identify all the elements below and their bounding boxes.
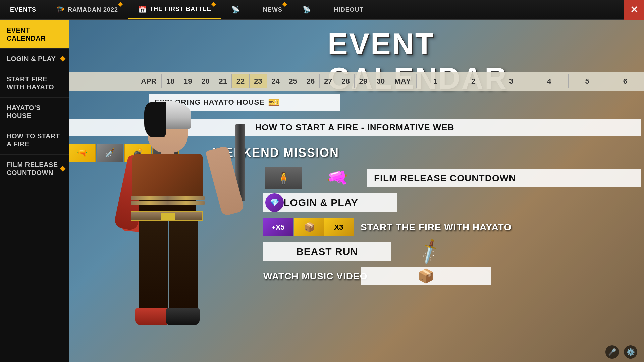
- settings-icon: ⚙️: [627, 348, 635, 356]
- crate-icon: 📦: [304, 222, 315, 233]
- nav-item-ramadan[interactable]: 🪂 RAMADAN 2022: [46, 0, 128, 19]
- chest-icon: 📦: [418, 268, 434, 284]
- x5-badge: ♦ X5: [263, 218, 293, 236]
- fire-info-label: HOW TO START A FIRE - INFORMATIVE WEB: [255, 122, 454, 133]
- event-row-beast[interactable]: BEAST RUN 🗡️: [69, 241, 644, 262]
- film-char-thumb: 🧍: [265, 167, 302, 189]
- x3-label: X3: [334, 223, 343, 232]
- cal-date-5: 5: [568, 74, 606, 88]
- cal-date-28: 28: [337, 74, 354, 88]
- cal-date-4: 4: [530, 74, 568, 88]
- weapon-crate: 📦: [294, 218, 324, 236]
- weapon-icons-weekend: 🔫 🗡️ 💣 🔫: [69, 144, 180, 162]
- may-dates: 1 2 3 4 5 6: [416, 74, 644, 88]
- cal-date-26: 26: [302, 74, 319, 88]
- event-row-weekend[interactable]: 🔫 🗡️ 💣 🔫 WEEKEND MISSION: [69, 141, 644, 165]
- cal-date-19: 19: [179, 74, 197, 88]
- event-row-film[interactable]: 🧍 🔫 FILM RELEASE COUNTDOWN: [69, 167, 644, 189]
- x3-badge: X3: [324, 218, 354, 236]
- sidebar-label-start-fire: START FIREWITH HAYATO: [7, 75, 54, 91]
- close-icon: ✕: [630, 4, 638, 15]
- purple-diamond-icon: ♦: [272, 224, 275, 230]
- fire-bar[interactable]: HOW TO START A FIRE - INFORMATIVE WEB: [69, 119, 641, 136]
- event-row-music[interactable]: WATCH MUSIC VIDEO 📦: [69, 265, 644, 287]
- nav-ramadan-label: RAMADAN 2022: [68, 6, 118, 13]
- main-content: EVENT CALENDAR APR 18 19 20 21 22 23 24 …: [69, 20, 644, 362]
- hayato-bar[interactable]: EXPLORING HAYATO HOUSE 🎫: [149, 94, 340, 111]
- sidebar-item-start-fire[interactable]: START FIREWITH HAYATO: [0, 69, 69, 98]
- microphone-icon: 🎤: [608, 348, 616, 356]
- weapon-box-1: 🔫: [69, 144, 96, 162]
- weapon-box-3: 💣: [124, 144, 151, 162]
- nav-events-label: EVENTS: [10, 6, 36, 13]
- cal-date-20: 20: [197, 74, 214, 88]
- event-row-start-fire[interactable]: ♦ X5 📦 X3 START THE FIRE WITH HAYATO: [69, 216, 644, 238]
- nav-dot-news: [282, 2, 287, 7]
- beast-label: BEAST RUN: [296, 246, 358, 257]
- cal-date-23: 23: [249, 74, 267, 88]
- sidebar-dot-film: [60, 166, 66, 172]
- beast-bar[interactable]: BEAST RUN: [263, 242, 391, 261]
- apr-month-label: APR: [136, 77, 161, 86]
- event-rows: EXPLORING HAYATO HOUSE 🎫 HOW TO START A …: [69, 92, 644, 287]
- x5-label: X5: [276, 223, 285, 232]
- music-bar[interactable]: 📦: [361, 267, 491, 285]
- calendar-icon: 📅: [138, 5, 147, 13]
- weapon-box-4: 🔫: [152, 144, 179, 162]
- nav-item-hideout[interactable]: HIDEOUT: [324, 0, 374, 19]
- close-button[interactable]: ✕: [624, 0, 644, 20]
- sniper-icon: 🔫: [324, 165, 351, 191]
- weapon-icon-4: 🔫: [161, 148, 171, 158]
- may-month-label: MAY: [389, 77, 416, 86]
- settings-button[interactable]: ⚙️: [624, 345, 637, 359]
- sidebar-label-how-to-start: HOW TO STARTA FIRE: [7, 132, 60, 148]
- top-navigation: EVENTS 🪂 RAMADAN 2022 📅 THE FIRST BATTLE…: [0, 0, 644, 20]
- login-label: LOGIN & PLAY: [283, 197, 358, 208]
- event-row-fire-info[interactable]: HOW TO START A FIRE - INFORMATIVE WEB: [69, 117, 644, 138]
- nav-hideout-label: HIDEOUT: [334, 6, 364, 13]
- cal-date-21: 21: [214, 74, 231, 88]
- start-fire-label: START THE FIRE WITH HAYATO: [361, 222, 512, 233]
- sidebar-label-hayatos-house: HAYATO'SHOUSE: [7, 104, 41, 119]
- cal-date-29: 29: [354, 74, 372, 88]
- weekend-label: WEEKEND MISSION: [213, 146, 339, 160]
- film-bar[interactable]: FILM RELEASE COUNTDOWN: [367, 169, 641, 187]
- nav-dot-battle: [211, 2, 216, 7]
- sidebar-label-login-play: LOGIN & PLAY: [7, 55, 56, 62]
- cal-date-27: 27: [319, 74, 337, 88]
- nav-item-first-battle[interactable]: 📅 THE FIRST BATTLE: [128, 0, 221, 19]
- cal-date-25: 25: [284, 74, 302, 88]
- cal-date-3: 3: [492, 74, 530, 88]
- hayato-label: EXPLORING HAYATO HOUSE: [154, 98, 265, 107]
- purple-gem-icon: 💎: [265, 193, 284, 212]
- nav-first-battle-label: THE FIRST BATTLE: [150, 6, 211, 13]
- music-label: WATCH MUSIC VIDEO: [263, 271, 367, 282]
- parachute-icon: 🪂: [56, 6, 65, 14]
- nav-item-news[interactable]: NEWS: [253, 0, 292, 19]
- calendar-strip: APR 18 19 20 21 22 23 24 25 26 27 28 29 …: [69, 72, 644, 90]
- event-row-login[interactable]: 💎 LOGIN & PLAY: [69, 192, 644, 214]
- sidebar: EVENTCALENDAR LOGIN & PLAY START FIREWIT…: [0, 20, 69, 362]
- radio-icon-2: 📡: [303, 6, 311, 14]
- nav-item-radio2[interactable]: 📡: [292, 0, 324, 19]
- sidebar-item-event-calendar[interactable]: EVENTCALENDAR: [0, 20, 69, 49]
- nav-dot-ramadan: [118, 2, 123, 7]
- microphone-button[interactable]: 🎤: [605, 345, 619, 359]
- cal-date-2: 2: [454, 74, 492, 88]
- sidebar-label-event-calendar: EVENTCALENDAR: [7, 26, 46, 42]
- knife-icon: 🗡️: [415, 237, 444, 266]
- cal-date-1: 1: [416, 74, 454, 88]
- nav-item-radio1[interactable]: 📡: [221, 0, 253, 19]
- weapon-icon-2: 🗡️: [105, 148, 115, 158]
- sidebar-item-login-play[interactable]: LOGIN & PLAY: [0, 49, 69, 69]
- bottom-icons: 🎤 ⚙️: [605, 345, 637, 359]
- nav-item-events[interactable]: EVENTS: [0, 0, 46, 19]
- weapon-box-2: 🗡️: [97, 144, 123, 162]
- cal-date-24: 24: [267, 74, 284, 88]
- event-row-hayato[interactable]: EXPLORING HAYATO HOUSE 🎫: [69, 92, 644, 114]
- sidebar-item-film-release[interactable]: FILM RELEASECOUNTDOWN: [0, 155, 69, 183]
- gem-symbol: 💎: [270, 198, 279, 207]
- knife-display: 🗡️: [391, 241, 468, 262]
- sidebar-item-how-to-start[interactable]: HOW TO STARTA FIRE: [0, 126, 69, 155]
- sidebar-item-hayatos-house[interactable]: HAYATO'SHOUSE: [0, 98, 69, 126]
